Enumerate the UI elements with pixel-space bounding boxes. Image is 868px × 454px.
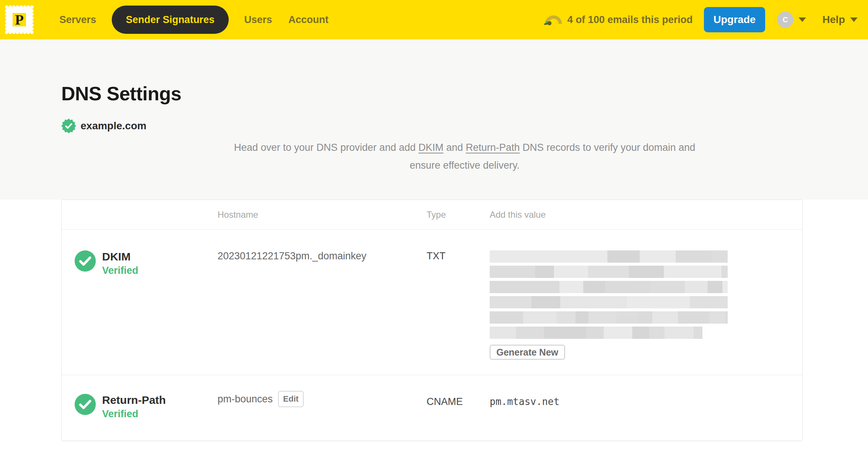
dkim-type: TXT <box>427 230 490 375</box>
upgrade-button[interactable]: Upgrade <box>704 7 766 32</box>
return-path-link[interactable]: Return-Path <box>466 142 520 153</box>
domain-name: example.com <box>81 120 146 132</box>
verified-check-icon <box>75 394 96 415</box>
intro-mid: and <box>443 142 466 153</box>
usage-text: 4 of 100 emails this period <box>567 14 693 26</box>
dkim-value-cell: Generate New <box>490 230 802 375</box>
status-badge: Verified <box>102 265 138 276</box>
dns-records-card: Hostname Type Add this value DKIM Verifi… <box>61 200 803 441</box>
record-name: Return-Path <box>102 394 166 406</box>
return-path-hostname-cell: pm-bounces Edit <box>218 375 427 441</box>
help-menu[interactable]: Help <box>822 14 858 26</box>
return-path-value: pm.mtasv.net <box>490 396 559 407</box>
nav-item-sender-signatures[interactable]: Sender Signatures <box>112 6 229 34</box>
main-content: Hostname Type Add this value DKIM Verifi… <box>0 200 868 441</box>
edit-button[interactable]: Edit <box>278 391 304 407</box>
dkim-hostname: 20230121221753pm._domainkey <box>218 230 427 375</box>
record-name: DKIM <box>102 250 138 263</box>
top-nav: P Servers Sender Signatures Users Accoun… <box>0 0 868 39</box>
col-header-value: Add this value <box>490 210 802 220</box>
return-path-status-cell: Return-Path Verified <box>62 375 218 441</box>
verified-check-icon <box>75 250 96 272</box>
postmark-logo[interactable]: P <box>4 5 34 35</box>
nav-item-users[interactable]: Users <box>244 14 272 26</box>
usage-gauge-icon <box>544 13 563 27</box>
help-label: Help <box>822 14 845 26</box>
intro-text: Head over to your DNS provider and add D… <box>229 139 701 174</box>
intro-pre: Head over to your DNS provider and add <box>234 142 418 153</box>
stamp-logo-icon: P <box>4 5 34 35</box>
col-header-hostname: Hostname <box>218 210 427 220</box>
generate-new-button[interactable]: Generate New <box>490 345 565 360</box>
return-path-value-cell: pm.mtasv.net <box>490 375 802 441</box>
table-row-dkim: DKIM Verified 20230121221753pm._domainke… <box>62 230 802 375</box>
status-badge: Verified <box>102 408 166 420</box>
return-path-type: CNAME <box>427 375 490 441</box>
page-title: DNS Settings <box>61 83 868 104</box>
col-header-type: Type <box>427 210 490 220</box>
help-caret-icon <box>850 17 858 22</box>
dkim-status-cell: DKIM Verified <box>62 230 218 375</box>
verified-seal-icon <box>61 119 76 133</box>
nav-item-account[interactable]: Account <box>288 14 329 26</box>
nav-right-cluster: 4 of 100 emails this period Upgrade C He… <box>544 7 858 32</box>
domain-row: example.com <box>61 119 868 133</box>
table-header-row: Hostname Type Add this value <box>62 200 802 230</box>
svg-text:P: P <box>15 12 23 27</box>
table-row-return-path: Return-Path Verified pm-bounces Edit CNA… <box>62 375 802 441</box>
return-path-hostname: pm-bounces <box>218 393 273 405</box>
avatar-initial: C <box>783 16 788 24</box>
redacted-value <box>490 250 802 339</box>
nav-item-servers[interactable]: Servers <box>59 14 96 26</box>
primary-nav: Servers Sender Signatures Users Account <box>51 6 337 34</box>
dkim-link[interactable]: DKIM <box>418 142 444 153</box>
avatar[interactable]: C <box>777 12 793 28</box>
account-caret-icon[interactable] <box>799 17 806 22</box>
